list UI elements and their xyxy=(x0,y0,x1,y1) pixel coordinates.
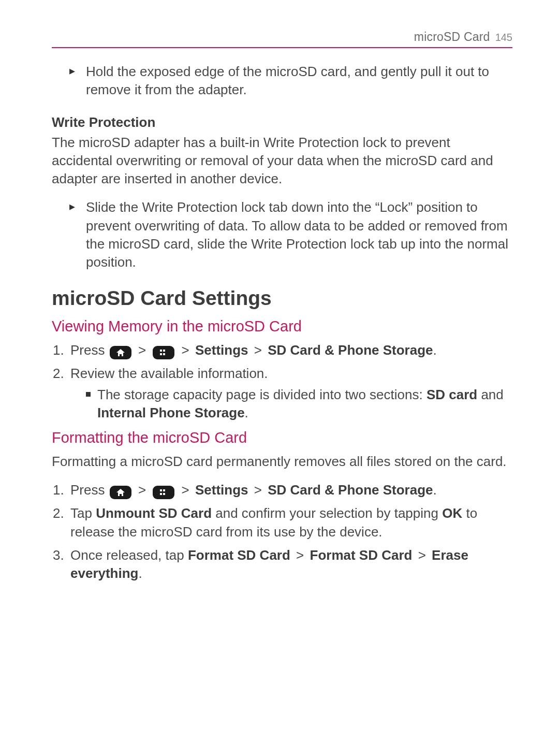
sub-intro: The storage capacity page is divided int… xyxy=(97,387,426,402)
write-protection-bullet-list: Slide the Write Protection lock tab down… xyxy=(52,198,512,271)
formatting-steps: Press > > Settings > SD Card & Phone Sto… xyxy=(52,481,512,582)
gt-1: > xyxy=(138,341,146,359)
unmount-label: Unmount SD Card xyxy=(96,505,212,521)
formatting-step-2: Tap Unmount SD Card and confirm your sel… xyxy=(65,504,512,541)
gt-3: > xyxy=(254,341,262,359)
period-4: . xyxy=(139,565,142,581)
settings-label: Settings xyxy=(195,342,248,358)
format-1: Format SD Card xyxy=(188,547,290,563)
home-key-icon xyxy=(110,346,131,359)
and-text: and xyxy=(477,387,504,402)
write-protection-para: The microSD adapter has a built-in Write… xyxy=(52,134,512,188)
step-text: Press xyxy=(70,482,109,498)
sd-card-label: SD card xyxy=(426,387,477,402)
svg-rect-7 xyxy=(163,493,165,495)
step-text: Review the available information. xyxy=(70,366,268,381)
period-3: . xyxy=(433,482,437,498)
svg-rect-6 xyxy=(160,493,162,495)
gt-2: > xyxy=(182,341,189,359)
header-section: microSD Card xyxy=(414,30,490,44)
internal-label: Internal Phone Storage xyxy=(97,405,245,420)
gt-7: > xyxy=(296,546,304,564)
period-1: . xyxy=(433,342,437,358)
svg-rect-3 xyxy=(163,353,165,355)
intro-bullet-list: Hold the exposed edge of the microSD car… xyxy=(52,63,512,99)
s3-pre: Once released, tap xyxy=(70,547,188,563)
formatting-step-1: Press > > Settings > SD Card & Phone Sto… xyxy=(65,481,512,499)
intro-bullet: Hold the exposed edge of the microSD car… xyxy=(72,63,512,99)
s2-pre: Tap xyxy=(70,505,96,521)
viewing-step-2: Review the available information. The st… xyxy=(65,365,512,422)
write-protection-bullet: Slide the Write Protection lock tab down… xyxy=(72,198,512,271)
formatting-para: Formatting a microSD card permanently re… xyxy=(52,453,512,471)
viewing-step-1: Press > > Settings > SD Card & Phone Sto… xyxy=(65,341,512,359)
viewing-steps: Press > > Settings > SD Card & Phone Sto… xyxy=(52,341,512,422)
format-2: Format SD Card xyxy=(310,547,413,563)
settings-heading: microSD Card Settings xyxy=(52,287,512,310)
manual-page: microSD Card 145 Hold the exposed edge o… xyxy=(0,0,559,619)
write-protection-heading: Write Protection xyxy=(52,114,512,130)
s2-mid: and confirm your selection by tapping xyxy=(212,505,442,521)
gt-4: > xyxy=(138,481,146,499)
storage-label: SD Card & Phone Storage xyxy=(268,342,433,358)
settings-label-2: Settings xyxy=(195,482,248,498)
viewing-sub-list: The storage capacity page is divided int… xyxy=(70,386,512,422)
step-text: Press xyxy=(70,342,109,358)
ok-label: OK xyxy=(442,505,462,521)
viewing-heading: Viewing Memory in the microSD Card xyxy=(52,318,512,335)
apps-key-icon xyxy=(153,486,174,499)
storage-label-2: SD Card & Phone Storage xyxy=(268,482,433,498)
apps-key-icon xyxy=(153,346,174,359)
svg-rect-4 xyxy=(160,489,162,491)
gt-5: > xyxy=(182,481,189,499)
formatting-heading: Formatting the microSD Card xyxy=(52,429,512,446)
gt-6: > xyxy=(254,481,262,499)
viewing-sub-item: The storage capacity page is divided int… xyxy=(86,386,512,422)
period-2: . xyxy=(245,405,248,420)
svg-rect-2 xyxy=(160,353,162,355)
gt-8: > xyxy=(418,546,426,564)
svg-rect-0 xyxy=(160,350,162,352)
formatting-step-3: Once released, tap Format SD Card > Form… xyxy=(65,546,512,583)
page-number: 145 xyxy=(495,32,512,43)
svg-rect-5 xyxy=(163,489,165,491)
svg-rect-1 xyxy=(163,350,165,352)
home-key-icon xyxy=(110,486,131,499)
page-header: microSD Card 145 xyxy=(52,30,512,48)
